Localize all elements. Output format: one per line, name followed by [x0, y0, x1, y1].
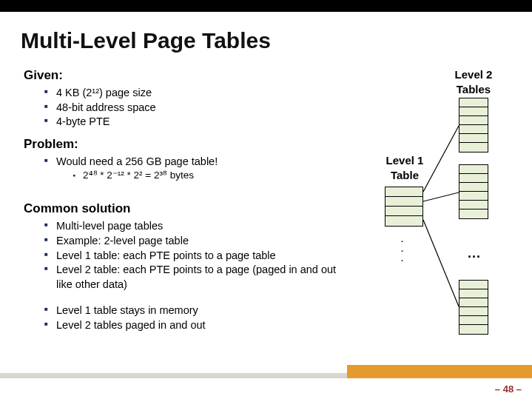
vertical-dots: ...: [400, 235, 404, 264]
common-item: Level 1 table stays in memory: [44, 304, 342, 318]
page-number: – 48 –: [495, 383, 522, 395]
given-item: 4 KB (2¹²) page size: [44, 86, 342, 101]
svg-line-1: [423, 192, 459, 201]
given-item: 48-bit address space: [44, 101, 342, 115]
given-item: 4-byte PTE: [44, 115, 342, 130]
common-item: Multi-level page tables: [44, 219, 342, 234]
given-heading: Given:: [24, 68, 342, 83]
slide: Multi-Level Page Tables Given: 4 KB (2¹²…: [0, 0, 532, 399]
problem-list: Would need a 256 GB page table! 2⁴⁸ * 2⁻…: [44, 155, 342, 183]
common-item: Level 2 table: each PTE points to a page…: [44, 263, 342, 292]
problem-heading: Problem:: [24, 137, 342, 152]
level1-table: [385, 187, 423, 227]
common-item: Level 2 tables paged in and out: [44, 318, 342, 333]
level2-table: [459, 98, 488, 152]
given-list: 4 KB (2¹²) page size 48-bit address spac…: [44, 86, 342, 130]
level2-table: [459, 164, 488, 219]
footer-orange: [347, 365, 532, 378]
diagram: Level 2 Tables Level 1 Table ... ...: [363, 68, 518, 349]
footer-gray: [0, 373, 347, 378]
common-heading: Common solution: [24, 201, 342, 216]
level1-label2: Table: [379, 169, 431, 181]
svg-line-2: [423, 220, 459, 306]
common-list-a: Multi-level page tables Example: 2-level…: [44, 219, 342, 292]
common-list-b: Level 1 table stays in memory Level 2 ta…: [44, 304, 342, 332]
level2-label2: Tables: [444, 83, 503, 95]
common-item: Example: 2-level page table: [44, 234, 342, 249]
level2-label: Level 2: [444, 68, 503, 81]
problem-subitem: 2⁴⁸ * 2⁻¹² * 2² = 2³⁸ bytes: [73, 169, 342, 182]
problem-sublist: 2⁴⁸ * 2⁻¹² * 2² = 2³⁸ bytes: [73, 169, 342, 182]
level1-label: Level 1: [379, 154, 431, 167]
slide-title: Multi-Level Page Tables: [21, 28, 271, 53]
problem-item: Would need a 256 GB page table! 2⁴⁸ * 2⁻…: [44, 155, 342, 183]
horizontal-dots: ...: [468, 246, 481, 261]
footer-bar: [0, 365, 532, 378]
content-area: Given: 4 KB (2¹²) page size 48-bit addre…: [24, 68, 342, 337]
top-black-bar: [0, 0, 532, 12]
common-item: Level 1 table: each PTE points to a page…: [44, 249, 342, 264]
level2-table: [459, 280, 488, 335]
